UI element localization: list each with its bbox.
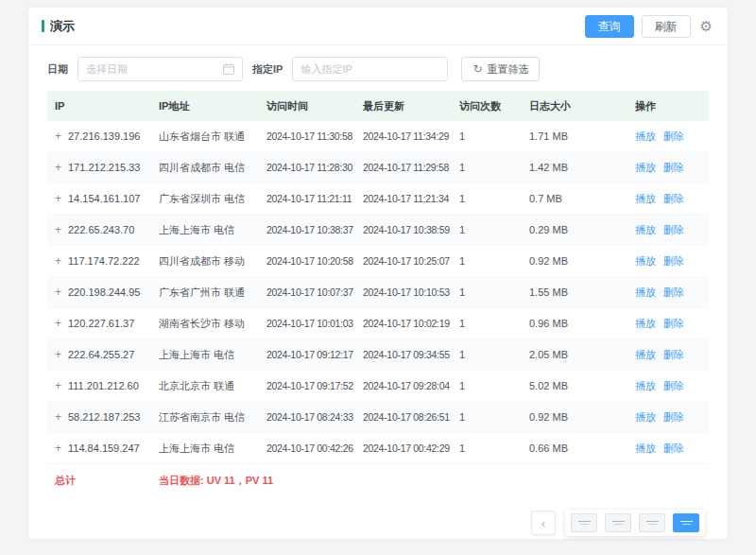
date-input[interactable] (86, 63, 217, 75)
delete-link[interactable]: 删除 (663, 349, 684, 360)
cell-visit-count: 1 (452, 255, 522, 267)
demo-card: 演示 查询 刷新 ⚙ 日期 指定IP (28, 8, 728, 539)
ip-value: 222.64.255.27 (68, 349, 134, 360)
cell-log-size: 0.29 MB (522, 224, 627, 235)
ip-value: 117.174.72.222 (68, 255, 140, 267)
expand-row-button[interactable]: + (55, 130, 66, 143)
expand-row-button[interactable]: + (55, 286, 66, 299)
card-header: 演示 查询 刷新 ⚙ (28, 8, 728, 45)
calendar-icon (223, 63, 234, 75)
table-row: +14.154.161.107广东省深圳市 电信2024-10-17 11:21… (47, 183, 709, 215)
play-link[interactable]: 播放 (635, 162, 656, 173)
cell-visit-count: 1 (452, 442, 522, 454)
delete-link[interactable]: 删除 (663, 442, 684, 454)
ip-filter[interactable] (292, 57, 448, 81)
cell-log-size: 5.02 MB (522, 380, 627, 391)
ip-value: 111.201.212.60 (68, 380, 139, 391)
cell-log-size: 0.66 MB (522, 442, 627, 454)
cell-ip: +14.154.161.107 (47, 192, 151, 205)
table-row: +222.65.243.70上海上海市 电信2024-10-17 10:38:3… (47, 215, 709, 246)
expand-row-button[interactable]: + (55, 223, 66, 236)
expand-row-button[interactable]: + (55, 317, 66, 330)
gear-icon[interactable]: ⚙ (700, 19, 713, 33)
expand-row-button[interactable]: + (55, 348, 66, 361)
cell-visit-time: 2024-10-17 11:21:11 (259, 193, 355, 204)
pagination-prev-button[interactable]: ‹ (531, 511, 556, 535)
reset-filter-label: 重置筛选 (487, 64, 528, 75)
play-link[interactable]: 播放 (635, 349, 656, 360)
query-button[interactable]: 查询 (585, 15, 634, 38)
play-link[interactable]: 播放 (635, 286, 656, 298)
cell-visit-time: 2024-10-17 08:24:33 (259, 411, 355, 423)
page-title-text: 演示 (50, 18, 75, 35)
table-header: IP IP地址 访问时间 最后更新 访问次数 日志大小 操作 (47, 91, 709, 121)
page-thumbnail-4-active[interactable] (673, 513, 699, 532)
cell-ip: +222.65.243.70 (47, 223, 151, 236)
play-link[interactable]: 播放 (635, 193, 656, 204)
cell-visit-count: 1 (452, 193, 522, 204)
page-thumbnail-2[interactable] (605, 513, 631, 532)
play-link[interactable]: 播放 (635, 380, 656, 391)
cell-ip: +171.212.215.33 (47, 161, 151, 174)
expand-row-button[interactable]: + (55, 254, 66, 268)
table-row: +27.216.139.196山东省烟台市 联通2024-10-17 11:30… (47, 121, 709, 152)
play-link[interactable]: 播放 (635, 442, 656, 454)
ip-value: 220.198.244.95 (68, 286, 140, 298)
reset-icon: ↻ (472, 63, 482, 75)
cell-last-update: 2024-10-17 08:26:51 (355, 411, 452, 423)
play-link[interactable]: 播放 (635, 318, 656, 329)
delete-link[interactable]: 删除 (663, 224, 684, 235)
cell-visit-time: 2024-10-17 10:07:37 (259, 286, 355, 298)
col-header-last-update: 最后更新 (355, 99, 452, 113)
cell-ip-location: 上海上海市 电信 (151, 348, 259, 362)
refresh-button[interactable]: 刷新 (642, 15, 691, 38)
title-accent-bar (42, 20, 44, 32)
table-row: +222.64.255.27上海上海市 电信2024-10-17 09:12:1… (47, 339, 709, 371)
col-header-log-size: 日志大小 (522, 99, 627, 113)
delete-link[interactable]: 删除 (663, 286, 684, 298)
cell-ip: +111.201.212.60 (47, 379, 151, 392)
cell-visit-time: 2024-10-17 11:30:58 (259, 130, 355, 142)
expand-row-button[interactable]: + (55, 442, 66, 455)
expand-row-button[interactable]: + (55, 192, 66, 205)
cell-visit-count: 1 (452, 380, 522, 391)
cell-log-size: 0.7 MB (522, 193, 627, 204)
reset-filter-button[interactable]: ↻ 重置筛选 (461, 57, 540, 81)
cell-visit-count: 1 (452, 318, 522, 329)
date-picker[interactable] (77, 57, 243, 81)
cell-last-update: 2024-10-17 10:02:19 (355, 318, 452, 329)
cell-last-update: 2024-10-17 00:42:29 (355, 442, 452, 454)
table-body: +27.216.139.196山东省烟台市 联通2024-10-17 11:30… (47, 121, 709, 464)
play-link[interactable]: 播放 (635, 411, 656, 423)
cell-actions: 播放删除 (627, 286, 709, 300)
delete-link[interactable]: 删除 (663, 380, 684, 391)
delete-link[interactable]: 删除 (663, 255, 684, 267)
delete-link[interactable]: 删除 (663, 193, 684, 204)
cell-actions: 播放删除 (627, 317, 709, 331)
cell-visit-time: 2024-10-17 10:20:58 (259, 255, 355, 267)
expand-row-button[interactable]: + (55, 379, 66, 392)
cell-last-update: 2024-10-17 11:29:58 (355, 162, 452, 173)
delete-link[interactable]: 删除 (663, 411, 684, 423)
delete-link[interactable]: 删除 (663, 162, 684, 173)
header-actions: 查询 刷新 ⚙ (585, 15, 713, 38)
col-header-visit-count: 访问次数 (452, 99, 522, 113)
ip-value: 171.212.215.33 (68, 162, 140, 173)
delete-link[interactable]: 删除 (663, 318, 684, 329)
play-link[interactable]: 播放 (635, 130, 656, 142)
cell-ip-location: 广东省广州市 联通 (151, 286, 259, 300)
expand-row-button[interactable]: + (55, 161, 66, 174)
cell-ip-location: 上海上海市 电信 (151, 223, 259, 237)
play-link[interactable]: 播放 (635, 224, 656, 235)
expand-row-button[interactable]: + (55, 410, 66, 424)
table-row: +120.227.61.37湖南省长沙市 移动2024-10-17 10:01:… (47, 308, 709, 339)
cell-ip-location: 湖南省长沙市 移动 (151, 317, 259, 331)
play-link[interactable]: 播放 (635, 255, 656, 267)
page-thumbnail-3[interactable] (639, 513, 665, 532)
ip-input[interactable] (301, 63, 439, 75)
delete-link[interactable]: 删除 (663, 130, 684, 142)
total-row: 总计 当日数据: UV 11，PV 11 (47, 464, 709, 496)
cell-ip: +27.216.139.196 (47, 130, 151, 143)
page-thumbnail-1[interactable] (571, 513, 597, 532)
ip-value: 120.227.61.37 (68, 318, 134, 329)
